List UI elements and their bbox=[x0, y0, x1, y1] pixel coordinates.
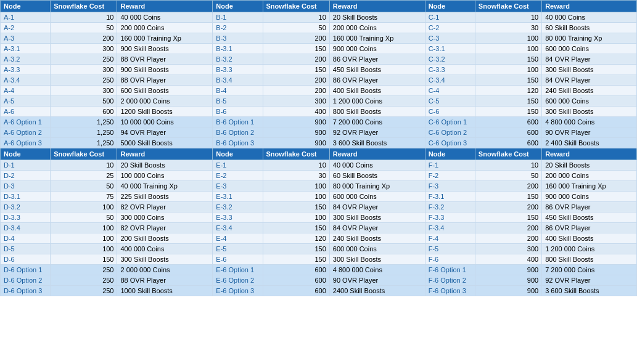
cell-node: C-3.2 bbox=[425, 54, 475, 65]
cell-snowflake: 200 bbox=[263, 54, 329, 65]
cell-node: D-3.3 bbox=[1, 212, 51, 223]
cell-snowflake: 100 bbox=[263, 212, 329, 223]
cell-node: A-1 bbox=[1, 12, 51, 23]
cell-snowflake: 600 bbox=[263, 265, 329, 275]
cell-reward: 40 000 Coins bbox=[117, 12, 213, 23]
cell-snowflake: 900 bbox=[263, 138, 329, 148]
cell-snowflake: 600 bbox=[263, 275, 329, 286]
cell-snowflake: 300 bbox=[51, 65, 117, 75]
cell-snowflake: 30 bbox=[475, 23, 541, 33]
column-header: Node bbox=[1, 1, 51, 12]
cell-snowflake: 75 bbox=[51, 192, 117, 202]
cell-reward: 2 000 000 Coins bbox=[117, 96, 213, 107]
cell-node: D-3 bbox=[1, 181, 51, 192]
cell-node: D-6 Option 2 bbox=[1, 275, 51, 286]
cell-reward: 4 800 000 Coins bbox=[542, 117, 637, 127]
cell-reward: 84 OVR Player bbox=[329, 223, 425, 233]
cell-node: D-5 bbox=[1, 244, 51, 254]
table-row: D-3.410082 OVR PlayerE-3.415084 OVR Play… bbox=[1, 223, 637, 233]
cell-reward: 40 000 Training Xp bbox=[117, 181, 213, 192]
cell-node: E-3.3 bbox=[213, 212, 263, 223]
table-row: A-11040 000 CoinsB-11020 Skill BoostsC-1… bbox=[1, 12, 637, 23]
cell-snowflake: 400 bbox=[263, 107, 329, 117]
cell-reward: 4 800 000 Coins bbox=[329, 265, 425, 275]
cell-reward: 200 000 Coins bbox=[542, 171, 637, 181]
cell-node: B-3.2 bbox=[213, 54, 263, 65]
column-header: Node bbox=[213, 1, 263, 12]
cell-reward: 900 000 Coins bbox=[542, 192, 637, 202]
table-row: D-225100 000 CoinsE-23060 Skill BoostsF-… bbox=[1, 171, 637, 181]
cell-reward: 40 000 Coins bbox=[329, 160, 425, 171]
cell-reward: 7 200 000 Coins bbox=[542, 265, 637, 275]
cell-node: B-6 Option 3 bbox=[213, 138, 263, 148]
cell-node: F-6 Option 2 bbox=[425, 275, 475, 286]
cell-reward: 82 OVR Player bbox=[117, 202, 213, 212]
cell-reward: 800 Skill Boosts bbox=[329, 107, 425, 117]
cell-snowflake: 30 bbox=[263, 171, 329, 181]
column-header: Snowflake Cost bbox=[475, 1, 541, 12]
cell-reward: 2 400 Skill Boosts bbox=[542, 138, 637, 148]
cell-reward: 300 Skill Boosts bbox=[329, 212, 425, 223]
column-header: Reward bbox=[329, 1, 425, 12]
cell-node: E-4 bbox=[213, 233, 263, 244]
cell-node: A-3.3 bbox=[1, 65, 51, 75]
cell-node: C-2 bbox=[425, 23, 475, 33]
cell-snowflake: 150 bbox=[475, 107, 541, 117]
cell-node: A-3 bbox=[1, 33, 51, 44]
table-row: A-3.225088 OVR PlayerB-3.220086 OVR Play… bbox=[1, 54, 637, 65]
cell-node: E-6 Option 3 bbox=[213, 286, 263, 296]
cell-snowflake: 250 bbox=[51, 54, 117, 65]
table-row: A-3.3300900 Skill BoostsB-3.3150450 Skil… bbox=[1, 65, 637, 75]
cell-node: C-6 Option 3 bbox=[425, 138, 475, 148]
cell-reward: 82 OVR Player bbox=[117, 223, 213, 233]
cell-reward: 600 000 Coins bbox=[329, 244, 425, 254]
cell-snowflake: 100 bbox=[51, 244, 117, 254]
cell-snowflake: 150 bbox=[263, 223, 329, 233]
cell-node: B-5 bbox=[213, 96, 263, 107]
column-header: Reward bbox=[329, 148, 425, 160]
cell-reward: 60 Skill Boosts bbox=[542, 23, 637, 33]
cell-node: D-3.4 bbox=[1, 223, 51, 233]
cell-snowflake: 200 bbox=[51, 33, 117, 44]
cell-reward: 200 Skill Boosts bbox=[117, 233, 213, 244]
column-header: Snowflake Cost bbox=[51, 148, 117, 160]
cell-node: E-6 Option 1 bbox=[213, 265, 263, 275]
cell-reward: 300 Skill Boosts bbox=[542, 65, 637, 75]
cell-node: F-2 bbox=[425, 171, 475, 181]
cell-node: A-6 bbox=[1, 107, 51, 117]
cell-snowflake: 50 bbox=[51, 181, 117, 192]
cell-snowflake: 200 bbox=[475, 202, 541, 212]
column-header: Node bbox=[425, 148, 475, 160]
cell-node: D-3.1 bbox=[1, 192, 51, 202]
cell-snowflake: 200 bbox=[475, 181, 541, 192]
cell-snowflake: 500 bbox=[51, 96, 117, 107]
cell-node: A-4 bbox=[1, 86, 51, 96]
cell-reward: 300 Skill Boosts bbox=[542, 107, 637, 117]
cell-reward: 1 200 000 Coins bbox=[542, 244, 637, 254]
cell-snowflake: 100 bbox=[475, 33, 541, 44]
cell-node: A-3.2 bbox=[1, 54, 51, 65]
cell-snowflake: 10 bbox=[475, 12, 541, 23]
cell-snowflake: 200 bbox=[263, 33, 329, 44]
cell-node: D-6 Option 3 bbox=[1, 286, 51, 296]
cell-node: C-5 bbox=[425, 96, 475, 107]
cell-snowflake: 400 bbox=[475, 254, 541, 265]
cell-snowflake: 250 bbox=[51, 275, 117, 286]
cell-snowflake: 900 bbox=[475, 275, 541, 286]
cell-reward: 40 000 Coins bbox=[542, 12, 637, 23]
table-row: A-4300600 Skill BoostsB-4200400 Skill Bo… bbox=[1, 86, 637, 96]
cell-reward: 160 000 Training Xp bbox=[329, 33, 425, 44]
cell-node: C-3 bbox=[425, 33, 475, 44]
cell-snowflake: 900 bbox=[263, 117, 329, 127]
column-header: Reward bbox=[117, 1, 213, 12]
table-row: D-35040 000 Training XpE-310080 000 Trai… bbox=[1, 181, 637, 192]
cell-snowflake: 150 bbox=[263, 44, 329, 54]
cell-snowflake: 50 bbox=[51, 23, 117, 33]
cell-node: E-3.1 bbox=[213, 192, 263, 202]
cell-reward: 600 000 Coins bbox=[542, 96, 637, 107]
table-row: A-6 Option 11,25010 000 000 CoinsB-6 Opt… bbox=[1, 117, 637, 127]
cell-node: B-4 bbox=[213, 86, 263, 96]
cell-reward: 225 Skill Boosts bbox=[117, 192, 213, 202]
cell-node: A-6 Option 2 bbox=[1, 127, 51, 138]
cell-snowflake: 1,250 bbox=[51, 117, 117, 127]
